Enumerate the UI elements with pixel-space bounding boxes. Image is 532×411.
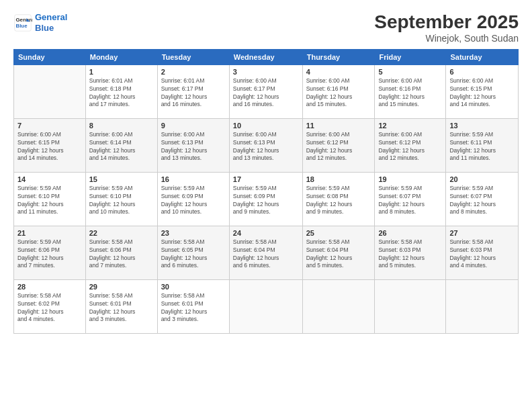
logo: General Blue General Blue [13, 12, 67, 33]
day-info: Sunrise: 5:59 AM Sunset: 6:06 PM Dayligh… [17, 238, 82, 271]
day-number: 9 [161, 122, 226, 130]
day-info: Sunrise: 5:58 AM Sunset: 6:06 PM Dayligh… [89, 238, 154, 271]
day-number: 19 [378, 175, 442, 183]
day-number: 4 [306, 68, 371, 76]
day-number: 21 [17, 229, 82, 237]
calendar-cell: 29Sunrise: 5:58 AM Sunset: 6:01 PM Dayli… [85, 279, 157, 333]
day-info: Sunrise: 6:00 AM Sunset: 6:12 PM Dayligh… [306, 131, 371, 163]
col-wednesday: Wednesday [229, 49, 302, 64]
day-info: Sunrise: 5:58 AM Sunset: 6:05 PM Dayligh… [161, 238, 226, 271]
day-number: 16 [161, 175, 226, 183]
calendar-cell: 5Sunrise: 6:00 AM Sunset: 6:16 PM Daylig… [375, 64, 446, 118]
day-info: Sunrise: 6:00 AM Sunset: 6:12 PM Dayligh… [378, 131, 442, 163]
day-info: Sunrise: 5:58 AM Sunset: 6:01 PM Dayligh… [161, 292, 226, 324]
week-row-4: 21Sunrise: 5:59 AM Sunset: 6:06 PM Dayli… [14, 226, 519, 279]
calendar-cell: 27Sunrise: 5:58 AM Sunset: 6:03 PM Dayli… [446, 226, 519, 279]
day-number: 1 [89, 68, 154, 76]
week-row-2: 7Sunrise: 6:00 AM Sunset: 6:15 PM Daylig… [14, 118, 519, 172]
day-number: 23 [161, 229, 226, 237]
day-info: Sunrise: 6:00 AM Sunset: 6:16 PM Dayligh… [378, 77, 442, 109]
day-number: 30 [161, 283, 226, 291]
col-friday: Friday [375, 49, 446, 64]
day-info: Sunrise: 5:58 AM Sunset: 6:02 PM Dayligh… [17, 292, 82, 324]
location: Winejok, South Sudan [374, 33, 519, 44]
day-info: Sunrise: 6:00 AM Sunset: 6:17 PM Dayligh… [233, 77, 299, 109]
day-info: Sunrise: 6:00 AM Sunset: 6:15 PM Dayligh… [17, 131, 82, 163]
day-number: 15 [89, 175, 154, 183]
calendar-header-row: Sunday Monday Tuesday Wednesday Thursday… [14, 49, 519, 64]
calendar-cell: 16Sunrise: 5:59 AM Sunset: 6:09 PM Dayli… [157, 172, 229, 226]
col-sunday: Sunday [14, 49, 86, 64]
calendar-table: Sunday Monday Tuesday Wednesday Thursday… [13, 49, 519, 334]
day-info: Sunrise: 5:59 AM Sunset: 6:07 PM Dayligh… [378, 185, 442, 217]
calendar-cell: 18Sunrise: 5:59 AM Sunset: 6:08 PM Dayli… [302, 172, 375, 226]
col-thursday: Thursday [302, 49, 375, 64]
calendar-cell: 6Sunrise: 6:00 AM Sunset: 6:15 PM Daylig… [446, 64, 519, 118]
header: General Blue General Blue September 2025… [13, 12, 519, 44]
day-number: 13 [449, 122, 515, 130]
calendar-cell: 25Sunrise: 5:58 AM Sunset: 6:04 PM Dayli… [302, 226, 375, 279]
calendar-cell [229, 279, 302, 333]
day-number: 7 [17, 122, 82, 130]
logo-icon: General Blue [13, 13, 32, 32]
calendar-cell: 24Sunrise: 5:58 AM Sunset: 6:04 PM Dayli… [229, 226, 302, 279]
day-info: Sunrise: 5:59 AM Sunset: 6:09 PM Dayligh… [233, 185, 299, 217]
calendar-cell: 28Sunrise: 5:58 AM Sunset: 6:02 PM Dayli… [14, 279, 86, 333]
day-number: 18 [306, 175, 371, 183]
calendar-cell: 30Sunrise: 5:58 AM Sunset: 6:01 PM Dayli… [157, 279, 229, 333]
day-number: 2 [161, 68, 226, 76]
day-info: Sunrise: 6:00 AM Sunset: 6:16 PM Dayligh… [306, 77, 371, 109]
day-info: Sunrise: 5:58 AM Sunset: 6:01 PM Dayligh… [89, 292, 154, 324]
calendar-cell [302, 279, 375, 333]
day-info: Sunrise: 5:59 AM Sunset: 6:09 PM Dayligh… [161, 185, 226, 217]
calendar-cell [446, 279, 519, 333]
week-row-1: 1Sunrise: 6:01 AM Sunset: 6:18 PM Daylig… [14, 64, 519, 118]
day-info: Sunrise: 5:58 AM Sunset: 6:03 PM Dayligh… [449, 238, 515, 271]
col-monday: Monday [85, 49, 157, 64]
week-row-3: 14Sunrise: 5:59 AM Sunset: 6:10 PM Dayli… [14, 172, 519, 226]
day-info: Sunrise: 6:00 AM Sunset: 6:15 PM Dayligh… [449, 77, 515, 109]
day-number: 22 [89, 229, 154, 237]
day-number: 3 [233, 68, 299, 76]
day-number: 11 [306, 122, 371, 130]
calendar-cell: 10Sunrise: 6:00 AM Sunset: 6:13 PM Dayli… [229, 118, 302, 172]
day-info: Sunrise: 5:58 AM Sunset: 6:04 PM Dayligh… [233, 238, 299, 271]
calendar-cell: 14Sunrise: 5:59 AM Sunset: 6:10 PM Dayli… [14, 172, 86, 226]
day-number: 12 [378, 122, 442, 130]
week-row-5: 28Sunrise: 5:58 AM Sunset: 6:02 PM Dayli… [14, 279, 519, 333]
month-title: September 2025 [374, 12, 519, 33]
day-info: Sunrise: 6:00 AM Sunset: 6:13 PM Dayligh… [161, 131, 226, 163]
day-info: Sunrise: 6:01 AM Sunset: 6:17 PM Dayligh… [161, 77, 226, 109]
day-info: Sunrise: 5:59 AM Sunset: 6:07 PM Dayligh… [449, 185, 515, 217]
svg-text:Blue: Blue [16, 23, 28, 29]
day-number: 14 [17, 175, 82, 183]
day-number: 27 [449, 229, 515, 237]
calendar-cell: 4Sunrise: 6:00 AM Sunset: 6:16 PM Daylig… [302, 64, 375, 118]
col-saturday: Saturday [446, 49, 519, 64]
day-number: 8 [89, 122, 154, 130]
logo-text: General Blue [35, 12, 67, 33]
calendar-cell: 11Sunrise: 6:00 AM Sunset: 6:12 PM Dayli… [302, 118, 375, 172]
calendar-cell: 19Sunrise: 5:59 AM Sunset: 6:07 PM Dayli… [375, 172, 446, 226]
calendar-cell: 7Sunrise: 6:00 AM Sunset: 6:15 PM Daylig… [14, 118, 86, 172]
calendar-cell: 2Sunrise: 6:01 AM Sunset: 6:17 PM Daylig… [157, 64, 229, 118]
day-number: 10 [233, 122, 299, 130]
calendar-cell: 9Sunrise: 6:00 AM Sunset: 6:13 PM Daylig… [157, 118, 229, 172]
day-info: Sunrise: 6:00 AM Sunset: 6:13 PM Dayligh… [233, 131, 299, 163]
page: General Blue General Blue September 2025… [0, 0, 532, 411]
calendar-cell: 23Sunrise: 5:58 AM Sunset: 6:05 PM Dayli… [157, 226, 229, 279]
day-info: Sunrise: 5:58 AM Sunset: 6:03 PM Dayligh… [378, 238, 442, 271]
calendar-cell [14, 64, 86, 118]
day-info: Sunrise: 5:59 AM Sunset: 6:08 PM Dayligh… [306, 185, 371, 217]
calendar-cell: 22Sunrise: 5:58 AM Sunset: 6:06 PM Dayli… [85, 226, 157, 279]
calendar-cell: 3Sunrise: 6:00 AM Sunset: 6:17 PM Daylig… [229, 64, 302, 118]
calendar-cell [375, 279, 446, 333]
day-info: Sunrise: 5:59 AM Sunset: 6:10 PM Dayligh… [89, 185, 154, 217]
day-info: Sunrise: 5:58 AM Sunset: 6:04 PM Dayligh… [306, 238, 371, 271]
day-info: Sunrise: 5:59 AM Sunset: 6:11 PM Dayligh… [449, 131, 515, 163]
day-info: Sunrise: 6:00 AM Sunset: 6:14 PM Dayligh… [89, 131, 154, 163]
day-number: 25 [306, 229, 371, 237]
day-number: 17 [233, 175, 299, 183]
calendar-cell: 1Sunrise: 6:01 AM Sunset: 6:18 PM Daylig… [85, 64, 157, 118]
calendar-cell: 20Sunrise: 5:59 AM Sunset: 6:07 PM Dayli… [446, 172, 519, 226]
